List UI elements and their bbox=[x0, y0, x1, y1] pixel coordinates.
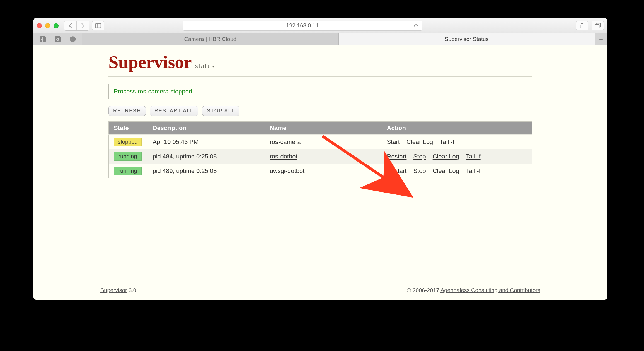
cell-name: ros-dotbot bbox=[265, 149, 382, 164]
zoom-window-button[interactable] bbox=[54, 23, 59, 28]
close-window-button[interactable] bbox=[37, 23, 42, 28]
content: Supervisor status Process ros-camera sto… bbox=[108, 45, 532, 282]
status-message: Process ros-camera stopped bbox=[108, 84, 532, 99]
action-tail-flink[interactable]: Tail -f bbox=[466, 167, 481, 174]
action-clear-loglink[interactable]: Clear Log bbox=[433, 153, 459, 160]
table-row: runningpid 489, uptime 0:25:08uwsgi-dotb… bbox=[109, 164, 532, 178]
action-stoplink[interactable]: Stop bbox=[413, 153, 426, 160]
tab-supervisor[interactable]: Supervisor Status bbox=[339, 33, 595, 45]
org-link[interactable]: Agendaless Consulting and Contributors bbox=[440, 287, 540, 293]
tabs-overview-button[interactable] bbox=[592, 21, 604, 30]
cell-state: running bbox=[109, 164, 148, 178]
cell-state: stopped bbox=[109, 135, 148, 149]
address-text: 192.168.0.11 bbox=[286, 22, 319, 29]
tab-camera[interactable]: Camera | HBR Cloud bbox=[82, 33, 339, 45]
cell-description: pid 484, uptime 0:25:08 bbox=[148, 149, 265, 164]
tabs: Camera | HBR Cloud Supervisor Status bbox=[82, 33, 595, 45]
new-tab-button[interactable]: + bbox=[595, 33, 607, 45]
action-tail-flink[interactable]: Tail -f bbox=[466, 153, 481, 160]
col-state: State bbox=[109, 122, 148, 135]
titlebar: 192.168.0.11 ⟳ bbox=[33, 18, 607, 33]
table-row: stoppedApr 10 05:43 PMros-cameraStartCle… bbox=[109, 135, 532, 149]
address-bar[interactable]: 192.168.0.11 ⟳ bbox=[183, 21, 422, 31]
process-name-link[interactable]: ros-dotbot bbox=[270, 153, 297, 160]
sidebar-toggle-button[interactable] bbox=[92, 21, 104, 30]
reload-icon[interactable]: ⟳ bbox=[414, 22, 419, 29]
copyright-text: © 2006-2017 bbox=[407, 287, 440, 293]
action-clear-loglink[interactable]: Clear Log bbox=[433, 167, 459, 174]
action-restartlink[interactable]: Restart bbox=[387, 167, 407, 174]
cell-description: Apr 10 05:43 PM bbox=[148, 135, 265, 149]
nav-buttons bbox=[64, 21, 89, 31]
restart-all-button[interactable]: RESTART ALL bbox=[150, 106, 198, 116]
col-name: Name bbox=[265, 122, 382, 135]
refresh-button[interactable]: REFRESH bbox=[108, 106, 146, 116]
window-controls bbox=[37, 23, 59, 28]
cell-description: pid 489, uptime 0:25:08 bbox=[148, 164, 265, 178]
action-tail-flink[interactable]: Tail -f bbox=[440, 138, 454, 145]
cell-actions: StartClear LogTail -f bbox=[382, 135, 532, 149]
supervisor-link[interactable]: Supervisor bbox=[100, 287, 127, 293]
svg-rect-0 bbox=[96, 23, 101, 28]
logo-main: Supervisor bbox=[108, 52, 192, 73]
action-clear-loglink[interactable]: Clear Log bbox=[406, 138, 433, 145]
favorites-bar: G bbox=[33, 33, 82, 45]
table-row: runningpid 484, uptime 0:25:08ros-dotbot… bbox=[109, 149, 532, 164]
action-restartlink[interactable]: Restart bbox=[387, 153, 407, 160]
favorite-messenger-icon[interactable] bbox=[65, 33, 80, 45]
share-button[interactable] bbox=[576, 21, 588, 30]
col-description: Description bbox=[148, 122, 265, 135]
svg-text:G: G bbox=[56, 37, 59, 42]
action-stoplink[interactable]: Stop bbox=[413, 167, 426, 174]
process-table: State Description Name Action stoppedApr… bbox=[108, 121, 532, 178]
cell-state: running bbox=[109, 149, 148, 164]
cell-actions: RestartStopClear LogTail -f bbox=[382, 149, 532, 164]
tab-bar: G Camera | HBR Cloud Supervisor Status + bbox=[33, 33, 607, 45]
state-badge: running bbox=[114, 167, 142, 175]
back-button[interactable] bbox=[64, 21, 77, 30]
state-badge: running bbox=[114, 152, 142, 161]
toolbar-right bbox=[576, 21, 604, 30]
page-footer: Supervisor 3.0 © 2006-2017 Agendaless Co… bbox=[33, 282, 607, 300]
action-startlink[interactable]: Start bbox=[387, 138, 400, 145]
forward-button[interactable] bbox=[77, 21, 89, 30]
tab-label: Supervisor Status bbox=[445, 36, 489, 42]
page: Supervisor status Process ros-camera sto… bbox=[33, 45, 607, 300]
stop-all-button[interactable]: STOP ALL bbox=[202, 106, 239, 116]
action-buttons-row: REFRESH RESTART ALL STOP ALL bbox=[108, 106, 532, 116]
footer-left: Supervisor 3.0 bbox=[100, 287, 136, 294]
footer-right: © 2006-2017 Agendaless Consulting and Co… bbox=[407, 287, 540, 294]
cell-name: uwsgi-dotbot bbox=[265, 164, 382, 178]
browser-window: 192.168.0.11 ⟳ G Camera | HBR Clou bbox=[33, 18, 607, 300]
minimize-window-button[interactable] bbox=[45, 23, 50, 28]
col-action: Action bbox=[382, 122, 532, 135]
version-text: 3.0 bbox=[127, 287, 136, 293]
table-header-row: State Description Name Action bbox=[109, 122, 532, 135]
process-name-link[interactable]: ros-camera bbox=[270, 138, 301, 145]
favorite-facebook-icon[interactable] bbox=[35, 33, 50, 45]
process-name-link[interactable]: uwsgi-dotbot bbox=[270, 167, 305, 174]
svg-rect-4 bbox=[595, 24, 599, 28]
state-badge: stopped bbox=[114, 138, 142, 146]
cell-actions: RestartStopClear LogTail -f bbox=[382, 164, 532, 178]
favorite-g-icon[interactable]: G bbox=[50, 33, 65, 45]
page-header: Supervisor status bbox=[108, 50, 532, 77]
logo-sub: status bbox=[193, 62, 215, 70]
tab-label: Camera | HBR Cloud bbox=[184, 36, 236, 42]
cell-name: ros-camera bbox=[265, 135, 382, 149]
